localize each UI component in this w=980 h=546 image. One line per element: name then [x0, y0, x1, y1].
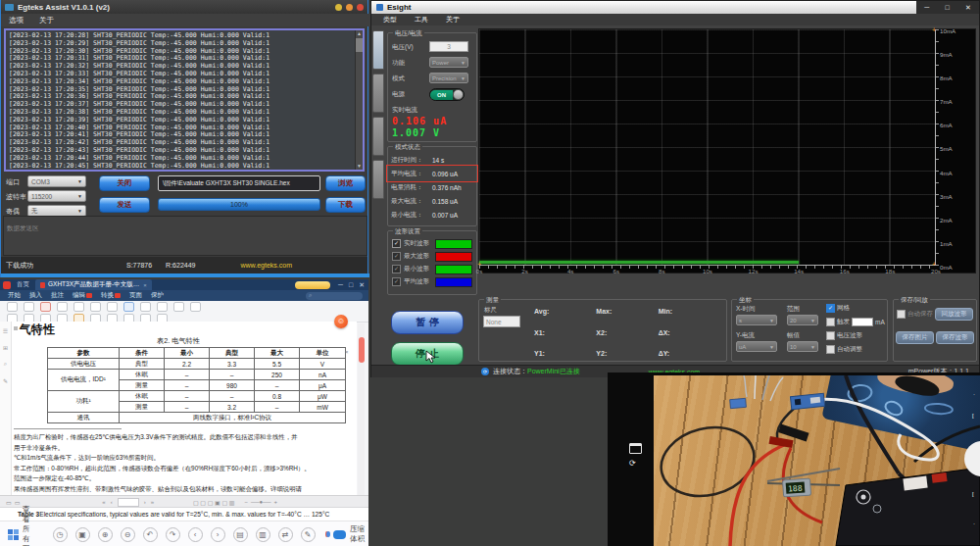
log-scrollbar[interactable]: ▲ ▼ — [355, 30, 363, 170]
viewer-icon-button[interactable]: ‹ — [188, 527, 203, 542]
vip-badge[interactable] — [333, 530, 346, 539]
scroll-thumb[interactable] — [356, 38, 363, 52]
viewer-icon-button[interactable]: ↶ — [143, 527, 158, 542]
assistant-float-button[interactable]: ☺ — [334, 315, 348, 328]
close-button[interactable]: ✕ — [965, 1, 971, 14]
toolbar-icon[interactable] — [140, 302, 151, 312]
minimize-button[interactable] — [335, 4, 342, 11]
compress-label[interactable]: 压缩体积 — [350, 524, 368, 544]
refresh-icon[interactable]: ⟳ — [481, 368, 489, 375]
replay-wave-button[interactable]: 回放波形 — [935, 308, 973, 321]
side-tab-1[interactable] — [372, 30, 384, 70]
scroll-down-icon[interactable]: ▼ — [356, 163, 363, 170]
scroll-up-icon[interactable]: ▲ — [356, 30, 363, 37]
page-number-box[interactable] — [118, 498, 139, 507]
tab-home[interactable]: 首页 — [17, 280, 29, 289]
pane-icon[interactable]: ▭ — [6, 499, 12, 506]
side-tab-2[interactable] — [372, 74, 384, 113]
side-tab-4[interactable] — [372, 160, 384, 199]
trigger-input[interactable] — [852, 318, 873, 326]
prev-page-icon[interactable]: ‹ — [111, 499, 113, 505]
checkbox[interactable]: ✓ — [392, 252, 401, 261]
viewer-icon-button[interactable]: ▥ — [256, 527, 270, 542]
toolbar-icon[interactable] — [157, 302, 168, 312]
browse-button[interactable]: 浏览 — [325, 175, 366, 191]
viewer-icon-button[interactable]: › — [211, 527, 225, 542]
first-page-icon[interactable]: « — [102, 499, 105, 505]
thumbnails-icon[interactable]: ⊞ — [3, 344, 8, 351]
pane-icon[interactable]: ▭ — [15, 499, 21, 506]
viewer-icon-button[interactable]: ⇄ — [278, 527, 293, 542]
menu-item[interactable]: 类型 — [383, 15, 397, 25]
send-data-area[interactable]: 数据发送区 — [3, 216, 368, 256]
send-button[interactable]: 发送 — [99, 197, 150, 213]
viewer-icon-button[interactable]: ↷ — [166, 527, 180, 542]
menu-item[interactable]: 关于 — [39, 16, 54, 25]
search-box[interactable]: ⌕ — [306, 292, 363, 300]
minimize-button[interactable]: ─ — [338, 281, 343, 288]
save-wave-button[interactable]: 保存波形 — [936, 331, 974, 344]
function-select[interactable]: Power▼ — [429, 57, 468, 68]
scroll-thumb[interactable] — [359, 337, 365, 363]
maximize-button[interactable]: □ — [349, 281, 353, 288]
edit-icon[interactable]: ✎ — [3, 377, 8, 384]
viewer-icon-button[interactable]: ✎ — [301, 527, 316, 542]
firmware-path-field[interactable]: \固件\Evaluate GXHT3X SHT30 SINGLE.hex — [158, 175, 320, 191]
next-page-icon[interactable]: › — [144, 499, 146, 505]
auto-adjust-checkbox[interactable] — [826, 345, 835, 354]
zoom-out-icon[interactable]: − — [244, 499, 248, 505]
menu-item[interactable]: 工具 — [415, 15, 428, 25]
toolbar-icon[interactable] — [74, 302, 84, 312]
menu-item[interactable]: 批注 — [51, 291, 64, 300]
toolbar-icon[interactable] — [57, 302, 68, 312]
zoom-slider[interactable]: ──●── — [251, 499, 271, 505]
amplitude-select[interactable]: 10▼ — [787, 341, 818, 352]
download-button[interactable]: 下载 — [325, 197, 366, 213]
tab-document[interactable]: GXHT3X产品数据手册-中文版… × — [35, 279, 152, 290]
toolbar-icon[interactable] — [190, 302, 201, 312]
toolbar-icon[interactable] — [173, 302, 184, 312]
baud-select[interactable]: 115200▼ — [27, 190, 86, 202]
esight-titlebar[interactable]: Esight — [371, 1, 921, 14]
range-select[interactable]: 20▼ — [787, 315, 818, 325]
mode-select[interactable]: Precision▼ — [429, 73, 468, 83]
toolbar-icon[interactable] — [7, 302, 18, 312]
gallery-icon[interactable] — [629, 443, 642, 454]
x-unit-select[interactable]: s▼ — [736, 315, 777, 325]
toolbar-icon[interactable] — [90, 302, 101, 312]
menu-item[interactable]: 开始 — [8, 291, 21, 300]
vip-button[interactable] — [295, 281, 330, 289]
tab-close-icon[interactable]: × — [143, 282, 147, 288]
search-icon[interactable]: ⌕ — [4, 361, 7, 368]
last-page-icon[interactable]: » — [151, 499, 154, 505]
viewer-icon-button[interactable]: ⊖ — [121, 527, 135, 542]
menu-item[interactable]: 编辑 — [73, 291, 92, 300]
menu-item[interactable]: 关于 — [446, 15, 460, 25]
checkbox[interactable]: ✓ — [392, 239, 401, 248]
view-all-label[interactable]: 查看所有图片 — [23, 505, 37, 546]
view-all-icon[interactable] — [8, 529, 19, 540]
website-link[interactable]: www.egteks.com — [240, 262, 292, 269]
menu-item[interactable]: 转换 — [101, 291, 121, 300]
pause-button[interactable]: 暂停 — [391, 311, 464, 334]
close-port-button[interactable]: 关闭 — [99, 175, 150, 191]
rotate-icon[interactable]: ⟳ — [629, 459, 636, 468]
view-mode-icons[interactable]: ▢ ▢ ▢ ▣ ▢ ▥ — [193, 499, 234, 506]
checkbox[interactable]: ✓ — [392, 277, 401, 286]
minimize-button[interactable]: ─ — [924, 1, 929, 14]
toolbar-icon[interactable] — [107, 302, 118, 312]
zoom-in-icon[interactable]: + — [274, 499, 278, 505]
voltage-input[interactable]: 3 — [429, 41, 468, 52]
toolbar-icon[interactable] — [24, 302, 34, 312]
menu-item[interactable]: 插入 — [29, 291, 42, 300]
ruler-select[interactable]: None — [483, 316, 520, 327]
trigger-checkbox[interactable] — [826, 318, 835, 326]
menu-item[interactable]: 页面 — [129, 291, 142, 300]
viewer-icon-button[interactable]: ▤ — [233, 527, 248, 542]
save-image-button[interactable]: 保存图片 — [896, 331, 934, 344]
outline-icon[interactable]: ☰ — [3, 327, 8, 334]
maximize-button[interactable]: □ — [945, 1, 949, 14]
chart-plot-area[interactable] — [479, 29, 935, 266]
viewer-icon-button[interactable]: ▣ — [75, 527, 90, 542]
power-toggle[interactable]: ON — [429, 88, 465, 101]
